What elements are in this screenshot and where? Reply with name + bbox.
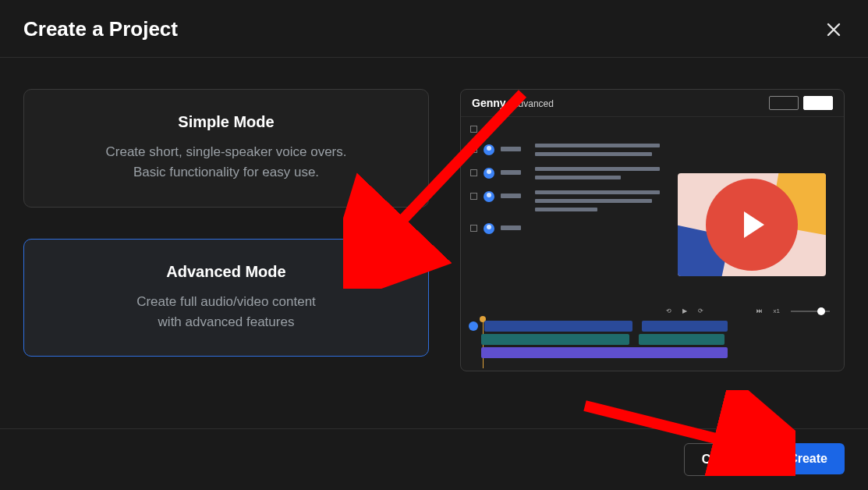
preview-pill-filled <box>803 96 833 110</box>
preview-buttons <box>769 96 833 110</box>
avatar-icon <box>469 321 478 331</box>
checkbox-icon <box>470 146 477 153</box>
list-item <box>470 123 669 133</box>
preview-video-area <box>669 117 844 304</box>
mode-title: Simple Mode <box>46 113 406 131</box>
preview-header: Genny Advanced <box>461 90 844 117</box>
play-circle <box>706 179 798 271</box>
clip <box>642 321 728 332</box>
checkbox-icon <box>470 169 477 176</box>
preview-timeline <box>461 318 844 368</box>
mode-card-simple[interactable]: Simple Mode Create short, single-speaker… <box>23 89 429 208</box>
play-small-icon: ▶ <box>682 307 687 314</box>
preview-brand: Genny Advanced <box>472 97 554 109</box>
name-placeholder <box>501 147 521 151</box>
forward-icon: ⟳ <box>698 307 703 314</box>
modal-body: Simple Mode Create short, single-speaker… <box>0 58 868 371</box>
list-item <box>470 167 669 179</box>
avatar-icon <box>484 144 494 155</box>
timeline-row <box>469 347 836 358</box>
modal-footer: Cancel Create <box>0 428 868 490</box>
timeline-row <box>469 321 836 332</box>
name-placeholder <box>501 170 521 175</box>
rewind-icon: ⟲ <box>666 307 671 314</box>
checkbox-icon <box>470 193 477 200</box>
preview-body <box>461 117 844 304</box>
list-item <box>470 222 669 233</box>
list-item <box>470 144 669 156</box>
mode-options: Simple Mode Create short, single-speaker… <box>23 89 429 371</box>
checkbox-icon <box>470 225 477 232</box>
name-placeholder <box>501 194 521 198</box>
clip <box>481 334 629 345</box>
timeline-row <box>469 334 836 345</box>
list-item <box>470 190 669 211</box>
mode-card-advanced[interactable]: Advanced Mode Create full audio/video co… <box>23 239 429 357</box>
mode-preview: Genny Advanced <box>460 89 845 371</box>
close-button[interactable] <box>823 19 845 41</box>
mode-title: Advanced Mode <box>46 263 406 281</box>
modal-title: Create a Project <box>23 17 178 41</box>
preview-mode-label: Advanced <box>512 98 554 109</box>
checkbox-icon <box>470 126 477 133</box>
preview-pill <box>769 96 799 110</box>
mode-description: Create short, single-speaker voice overs… <box>46 142 406 183</box>
close-icon <box>826 22 841 37</box>
skip-icon: ⏭ <box>756 307 763 314</box>
preview-controls: ⟲ ▶ ⟳ ⏭ x1 <box>461 304 844 318</box>
speed-label: x1 <box>774 307 780 314</box>
preview-thumbnail <box>678 173 826 276</box>
clip <box>639 334 725 345</box>
clip <box>484 321 632 332</box>
zoom-slider <box>791 311 830 312</box>
preview-list <box>461 117 669 304</box>
avatar-icon <box>484 168 494 179</box>
mode-description: Create full audio/video content with adv… <box>46 292 406 333</box>
create-button[interactable]: Create <box>771 443 845 474</box>
create-project-modal: Create a Project Simple Mode Create shor… <box>0 0 868 490</box>
clip <box>481 347 728 358</box>
preview-frame: Genny Advanced <box>460 89 845 371</box>
name-placeholder <box>501 225 521 230</box>
play-icon <box>744 211 764 238</box>
cancel-button[interactable]: Cancel <box>684 443 760 476</box>
avatar-icon <box>484 191 494 202</box>
modal-header: Create a Project <box>0 0 868 57</box>
avatar-icon <box>484 223 494 234</box>
